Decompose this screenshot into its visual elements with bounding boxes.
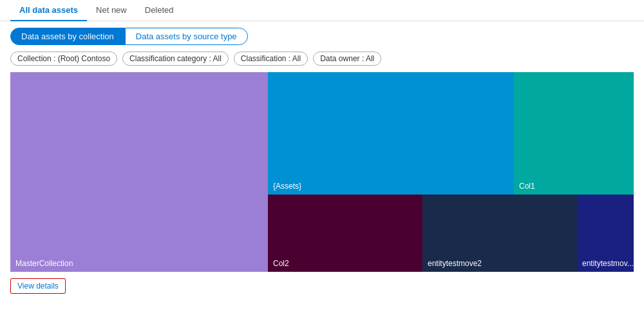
filter-collection[interactable]: Collection : (Root) Contoso bbox=[10, 52, 117, 66]
filter-bar: Collection : (Root) Contoso Classificati… bbox=[10, 52, 634, 66]
treemap-cell-entitytest3[interactable]: entitytestmov... bbox=[577, 195, 634, 272]
treemap-cell-master[interactable]: MasterCollection bbox=[10, 72, 268, 272]
by-collection-button[interactable]: Data assets by collection bbox=[10, 28, 125, 45]
treemap-cell-entitytest2[interactable]: entitytestmove2 bbox=[422, 195, 577, 272]
treemap-cell-assets-label: {Assets} bbox=[273, 182, 301, 191]
treemap-cell-col1[interactable]: Col1 bbox=[514, 72, 634, 195]
treemap-cell-master-label: MasterCollection bbox=[15, 259, 73, 268]
treemap-cell-col2-label: Col2 bbox=[273, 259, 289, 268]
filter-data-owner[interactable]: Data owner : All bbox=[313, 52, 381, 66]
view-toggle: Data assets by collection Data assets by… bbox=[10, 28, 634, 45]
tab-all-data-assets[interactable]: All data assets bbox=[10, 0, 87, 21]
filter-classification-category[interactable]: Classification category : All bbox=[122, 52, 229, 66]
treemap-cell-col2[interactable]: Col2 bbox=[268, 195, 422, 272]
treemap-cell-assets[interactable]: {Assets} bbox=[268, 72, 514, 195]
top-tabs: All data assets Net new Deleted bbox=[0, 0, 644, 21]
treemap-cell-entitytest3-label: entitytestmov... bbox=[582, 259, 634, 268]
filter-classification[interactable]: Classification : All bbox=[234, 52, 308, 66]
treemap: MasterCollection {Assets} Col1 Col2 enti… bbox=[10, 72, 634, 272]
treemap-cell-col1-label: Col1 bbox=[519, 182, 535, 191]
view-details-button[interactable]: View details bbox=[10, 278, 66, 294]
view-details-area: View details bbox=[10, 278, 634, 294]
by-source-type-button[interactable]: Data assets by source type bbox=[125, 28, 248, 45]
tab-net-new[interactable]: Net new bbox=[87, 0, 136, 21]
treemap-cell-entitytest2-label: entitytestmove2 bbox=[428, 259, 482, 268]
tab-deleted[interactable]: Deleted bbox=[136, 0, 183, 21]
